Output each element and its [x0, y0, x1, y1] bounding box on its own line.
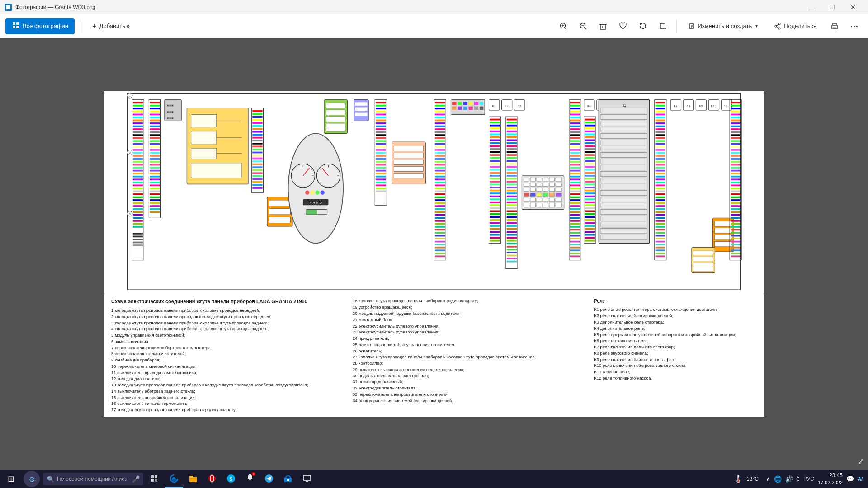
svg-rect-265: [435, 191, 445, 192]
taskbar-store-button[interactable]: [279, 470, 297, 488]
svg-rect-268: [435, 199, 445, 201]
svg-text:▣▣▣: ▣▣▣: [167, 104, 174, 107]
svg-rect-520: [585, 184, 595, 186]
svg-rect-264: [435, 188, 445, 189]
svg-rect-601: [656, 211, 665, 213]
maximize-button[interactable]: ☐: [822, 0, 843, 14]
svg-rect-517: [585, 175, 595, 177]
tray-network-icon[interactable]: 🌐: [774, 475, 782, 483]
svg-rect-118: [150, 205, 160, 207]
svg-rect-59: [133, 176, 143, 178]
svg-rect-211: [376, 143, 386, 145]
svg-rect-548: [601, 146, 647, 151]
svg-rect-300: [480, 107, 483, 110]
back-button[interactable]: Все фотографии: [5, 18, 75, 34]
language-indicator[interactable]: РУС: [803, 476, 814, 482]
svg-rect-231: [394, 160, 423, 164]
svg-rect-488: [570, 249, 580, 251]
svg-rect-519: [585, 181, 595, 183]
search-input[interactable]: [57, 476, 129, 482]
svg-rect-105: [150, 167, 160, 169]
print-button[interactable]: [826, 18, 843, 34]
svg-rect-2: [6, 7, 8, 9]
taskbar-opera-button[interactable]: [203, 470, 221, 488]
favorite-button[interactable]: [615, 18, 631, 34]
zoom-out-button[interactable]: [575, 18, 591, 34]
mic-icon[interactable]: 🎤: [132, 475, 140, 483]
taskbar-explorer-button[interactable]: [184, 470, 202, 488]
taskbar-edge-button[interactable]: [165, 470, 183, 488]
taskbar-pc-button[interactable]: [298, 470, 316, 488]
svg-rect-580: [656, 149, 665, 151]
minimize-button[interactable]: —: [801, 0, 822, 14]
svg-rect-311: [490, 127, 500, 129]
zoom-in-button[interactable]: [555, 18, 571, 34]
svg-rect-585: [656, 164, 665, 166]
svg-rect-587: [656, 170, 665, 172]
tray-bluetooth-icon[interactable]: ₿: [797, 476, 800, 482]
svg-rect-486: [570, 244, 580, 245]
taskbar-skype-button[interactable]: S: [222, 470, 240, 488]
svg-rect-396: [507, 252, 517, 253]
svg-rect-658: [731, 161, 741, 163]
tray-up-arrow[interactable]: ∧: [766, 475, 770, 483]
tray-time[interactable]: 23:45 17.02.2022: [818, 472, 843, 486]
svg-rect-401: [524, 178, 529, 181]
add-button[interactable]: + Добавить к: [86, 18, 136, 34]
svg-rect-531: [585, 216, 595, 218]
ai-label[interactable]: Ai: [858, 476, 863, 482]
svg-rect-372: [507, 181, 517, 183]
tray-speaker-icon[interactable]: 🔊: [785, 475, 793, 483]
svg-rect-261: [435, 178, 445, 180]
start-button[interactable]: ⊞: [0, 470, 22, 488]
taskbar-telegram-button[interactable]: [260, 470, 278, 488]
action-center-icon[interactable]: 💬: [846, 475, 854, 483]
rotate-button[interactable]: [635, 18, 651, 34]
svg-rect-226: [376, 188, 386, 189]
svg-rect-232: [394, 166, 423, 171]
svg-rect-330: [490, 184, 500, 186]
store-icon: [283, 474, 292, 483]
svg-rect-127: [191, 131, 217, 144]
delete-button[interactable]: [595, 18, 611, 34]
svg-rect-63: [133, 188, 143, 189]
svg-rect-159: [252, 184, 262, 186]
svg-rect-197: [376, 102, 386, 103]
search-bar[interactable]: 🔍 🎤: [43, 473, 143, 485]
svg-text:K11: K11: [724, 104, 729, 108]
svg-rect-506: [585, 142, 595, 144]
svg-rect-509: [585, 151, 595, 153]
close-button[interactable]: ✕: [843, 0, 863, 14]
svg-rect-146: [252, 146, 262, 148]
svg-rect-461: [570, 170, 580, 172]
svg-rect-219: [376, 167, 386, 169]
svg-rect-354: [507, 127, 517, 129]
svg-rect-634: [693, 257, 713, 261]
svg-rect-7: [13, 26, 15, 28]
cortana-button[interactable]: ⊙: [24, 471, 40, 487]
expand-button[interactable]: ⤢: [858, 456, 864, 466]
svg-rect-557: [601, 203, 647, 208]
svg-rect-521: [585, 187, 595, 188]
svg-rect-382: [507, 210, 517, 212]
svg-rect-405: [549, 178, 554, 181]
svg-rect-681: [731, 229, 741, 231]
svg-text:1: 1: [129, 94, 131, 97]
edit-button[interactable]: Изменить и создать ▾: [682, 18, 764, 34]
svg-rect-595: [656, 193, 665, 195]
svg-rect-251: [435, 149, 445, 151]
share-button[interactable]: Поделиться: [768, 18, 823, 34]
svg-rect-8: [16, 26, 19, 28]
svg-rect-37: [133, 111, 143, 113]
more-button[interactable]: ⋯: [846, 18, 863, 34]
svg-point-176: [305, 191, 309, 195]
crop-button[interactable]: [655, 18, 671, 34]
svg-rect-447: [570, 128, 580, 130]
svg-rect-572: [656, 126, 665, 127]
weather-widget[interactable]: 🌡️ -13°C: [730, 474, 762, 483]
task-view-button[interactable]: [145, 470, 163, 488]
svg-rect-16: [600, 24, 606, 29]
svg-point-177: [310, 191, 314, 195]
taskbar-notification-button[interactable]: 1: [241, 470, 259, 488]
svg-rect-429: [549, 198, 554, 201]
